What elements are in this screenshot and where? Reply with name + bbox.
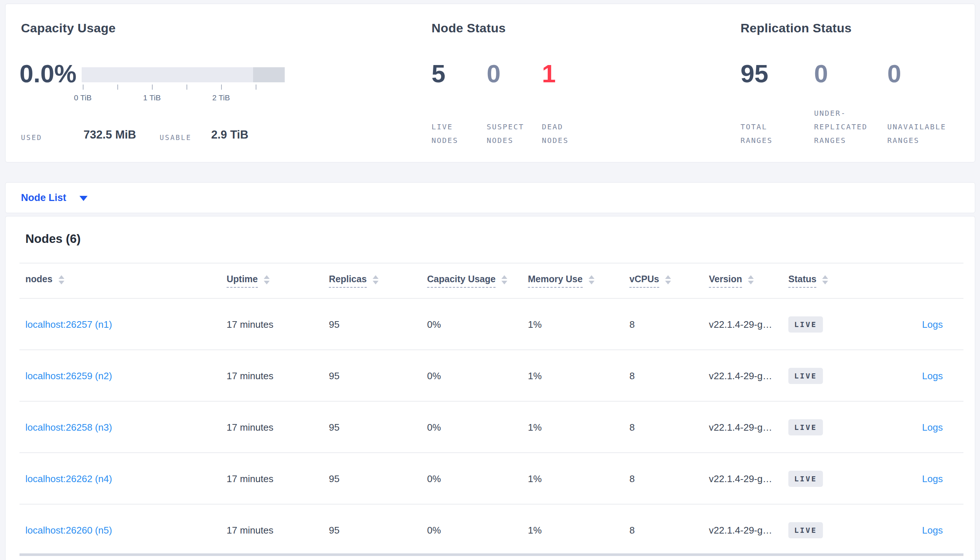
sort-descending-icon — [59, 281, 64, 284]
view-selector-bar: Node List — [5, 182, 975, 213]
status-badge: LIVE — [788, 522, 823, 538]
logs-link[interactable]: Logs — [922, 319, 943, 330]
status-cell: LIVE — [788, 368, 823, 384]
column-header-label: Version — [709, 274, 742, 288]
logs-link[interactable]: Logs — [922, 370, 943, 382]
column-header-uptime[interactable]: Uptime — [227, 263, 270, 298]
status-badge: LIVE — [788, 471, 823, 487]
axis-tick — [83, 85, 84, 90]
column-header-nodes[interactable]: nodes — [25, 263, 64, 298]
sort-icon — [373, 275, 378, 286]
table-row: localhost:26257 (n1)17 minutes950%1%8v22… — [5, 299, 975, 350]
memory-cell: 1% — [528, 422, 542, 433]
uptime-cell: 17 minutes — [227, 319, 273, 330]
nodes-table-heading: Nodes (6) — [25, 232, 80, 246]
node-link[interactable]: localhost:26262 (n4) — [25, 473, 112, 485]
sort-ascending-icon — [264, 275, 270, 279]
uptime-cell: 17 minutes — [227, 525, 273, 536]
axis-tick — [152, 85, 153, 90]
logs-link[interactable]: Logs — [922, 473, 943, 485]
sort-icon — [59, 275, 64, 286]
sort-icon — [665, 275, 671, 286]
capacity-usage-title: Capacity Usage — [21, 21, 115, 35]
capacity-bar-chart — [82, 67, 285, 82]
column-header-label: Uptime — [227, 274, 258, 288]
axis-tick-label: 0 TiB — [61, 93, 105, 102]
replication-status-title: Replication Status — [741, 21, 851, 35]
sort-icon — [502, 275, 507, 286]
sort-descending-icon — [502, 281, 507, 284]
sort-ascending-icon — [589, 275, 594, 279]
column-header-label: Memory Use — [528, 274, 583, 288]
column-header-replicas[interactable]: Replicas — [329, 263, 378, 298]
node-link[interactable]: localhost:26257 (n1) — [25, 319, 112, 330]
column-header-label: vCPUs — [629, 274, 659, 288]
version-cell: v22.1.4-29-g… — [709, 370, 772, 382]
sort-ascending-icon — [502, 275, 507, 279]
logs-link[interactable]: Logs — [922, 422, 943, 433]
column-header-status[interactable]: Status — [788, 263, 828, 298]
axis-tick — [256, 85, 256, 90]
chevron-down-icon — [79, 196, 87, 201]
capacity-cell: 0% — [427, 319, 441, 330]
capacity-cell: 0% — [427, 473, 441, 485]
sort-icon — [589, 275, 594, 286]
node-link[interactable]: localhost:26258 (n3) — [25, 422, 112, 433]
sort-ascending-icon — [748, 275, 754, 279]
stat-label: SUSPECTNODES — [487, 120, 524, 147]
uptime-cell: 17 minutes — [227, 422, 273, 433]
replicas-cell: 95 — [329, 525, 339, 536]
node-list-dropdown[interactable]: Node List — [21, 192, 87, 203]
used-label: USED — [21, 133, 42, 142]
column-header-label: Replicas — [329, 274, 367, 288]
replicas-cell: 95 — [329, 319, 339, 330]
memory-cell: 1% — [528, 525, 542, 536]
sort-ascending-icon — [665, 275, 671, 279]
capacity-used-percent: 0.0% — [20, 61, 77, 86]
logs-link[interactable]: Logs — [922, 525, 943, 536]
version-cell: v22.1.4-29-g… — [709, 319, 772, 330]
replicas-cell: 95 — [329, 422, 339, 433]
status-badge: LIVE — [788, 419, 823, 435]
stat-value: 5 — [431, 61, 445, 86]
replicas-cell: 95 — [329, 370, 339, 382]
used-value: 732.5 MiB — [84, 128, 136, 142]
stat-label: UNAVAILABLERANGES — [887, 120, 946, 147]
sort-icon — [264, 275, 270, 286]
column-header-memory[interactable]: Memory Use — [528, 263, 594, 298]
uptime-cell: 17 minutes — [227, 370, 273, 382]
sort-icon — [748, 275, 754, 286]
sort-icon — [822, 275, 828, 286]
capacity-bar-segment-other-usage — [253, 67, 285, 82]
table-row: localhost:26262 (n4)17 minutes950%1%8v22… — [5, 453, 975, 505]
column-header-version[interactable]: Version — [709, 263, 754, 298]
nodes-table-card: Nodes (6) nodesUptimeReplicasCapacity Us… — [5, 216, 975, 560]
memory-cell: 1% — [528, 319, 542, 330]
sort-ascending-icon — [822, 275, 828, 279]
status-cell: LIVE — [788, 317, 823, 333]
sort-ascending-icon — [373, 275, 378, 279]
stat-label: UNDER-REPLICATEDRANGES — [814, 107, 868, 147]
usable-value: 2.9 TiB — [211, 128, 248, 142]
capacity-bar-segment-usable-capacity — [82, 67, 253, 82]
capacity-cell: 0% — [427, 525, 441, 536]
vcpus-cell: 8 — [629, 319, 635, 330]
capacity-cell: 0% — [427, 370, 441, 382]
node-list-dropdown-label: Node List — [21, 192, 66, 203]
node-link[interactable]: localhost:26260 (n5) — [25, 525, 112, 536]
column-header-vcpus[interactable]: vCPUs — [629, 263, 671, 298]
status-cell: LIVE — [788, 522, 823, 538]
cluster-summary-card: Capacity Usage Node Status Replication S… — [5, 4, 975, 162]
node-link[interactable]: localhost:26259 (n2) — [25, 370, 112, 382]
sort-descending-icon — [665, 281, 671, 284]
sort-descending-icon — [264, 281, 270, 284]
column-header-capacity[interactable]: Capacity Usage — [427, 263, 507, 298]
memory-cell: 1% — [528, 370, 542, 382]
stat-label: LIVENODES — [431, 120, 458, 147]
table-row: localhost:26258 (n3)17 minutes950%1%8v22… — [5, 402, 975, 453]
column-header-label: Status — [788, 274, 816, 288]
table-header-row: nodesUptimeReplicasCapacity UsageMemory … — [5, 263, 975, 298]
stat-value: 1 — [542, 61, 556, 86]
axis-tick-label: 2 TiB — [199, 93, 243, 102]
usable-label: USABLE — [160, 133, 192, 142]
